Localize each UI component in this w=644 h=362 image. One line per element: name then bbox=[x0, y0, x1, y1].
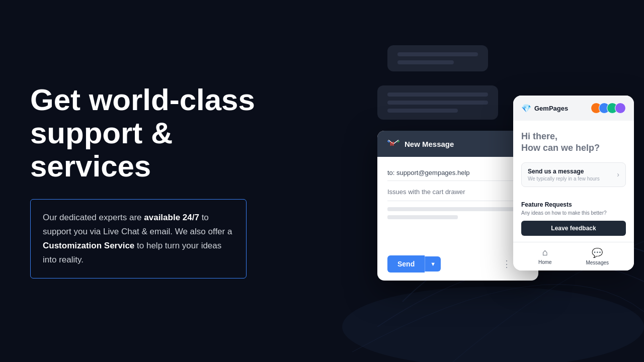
gem-footer-messages[interactable]: 💬 Messages bbox=[586, 247, 609, 265]
gem-footer-home[interactable]: ⌂ Home bbox=[538, 247, 552, 265]
info-bold-1: available 24/7 bbox=[144, 213, 199, 222]
svg-text:M: M bbox=[390, 141, 394, 147]
gem-message-arrow-icon: › bbox=[617, 170, 619, 178]
right-mockup-area: M New Message to: support@gempages.help … bbox=[372, 45, 634, 317]
info-text-1: Our dedicated experts are bbox=[43, 213, 144, 222]
gem-logo: 💎 GemPages bbox=[521, 104, 568, 113]
gem-greeting-area: Hi there, How can we help? bbox=[513, 121, 634, 162]
gem-logo-text: GemPages bbox=[534, 105, 568, 112]
gem-send-message-button[interactable]: Send us a message We typically reply in … bbox=[521, 162, 626, 187]
avatar-4 bbox=[615, 103, 626, 114]
email-subject-field[interactable]: Issues with the cart drawer bbox=[387, 183, 528, 201]
gem-feature-title: Feature Requests bbox=[521, 201, 626, 208]
gem-feature-sub: Any ideas on how to make this better? bbox=[521, 210, 626, 216]
gem-message-btn-sub: We typically reply in a few hours bbox=[528, 176, 600, 182]
email-card-title: New Message bbox=[405, 140, 454, 148]
send-button[interactable]: Send bbox=[387, 255, 425, 273]
more-options-icon[interactable]: ⋮ bbox=[502, 258, 511, 269]
gem-logo-icon: 💎 bbox=[521, 104, 531, 113]
gem-message-btn-text: Send us a message We typically reply in … bbox=[528, 168, 600, 182]
email-body-line bbox=[387, 215, 458, 219]
messages-icon: 💬 bbox=[592, 247, 603, 258]
bubble-line bbox=[387, 93, 488, 97]
chat-bubble-2 bbox=[377, 85, 498, 120]
send-dropdown-button[interactable]: ▼ bbox=[425, 256, 441, 272]
gem-card-footer: ⌂ Home 💬 Messages bbox=[513, 242, 634, 270]
gem-body-area: Send us a message We typically reply in … bbox=[513, 162, 634, 201]
gem-feature-section: Feature Requests Any ideas on how to mak… bbox=[513, 201, 634, 242]
bubble-line bbox=[397, 60, 454, 64]
gem-team-avatars bbox=[591, 103, 626, 114]
gem-footer-home-label: Home bbox=[538, 259, 552, 265]
email-to-field[interactable]: to: support@gempages.help bbox=[387, 165, 528, 181]
home-icon: ⌂ bbox=[542, 247, 548, 258]
gem-message-btn-title: Send us a message bbox=[528, 168, 600, 175]
gem-feedback-button[interactable]: Leave feedback bbox=[521, 221, 626, 236]
left-content-area: Get world-class support & services Our d… bbox=[30, 83, 302, 279]
gempages-widget-card: 💎 GemPages Hi there, How can we help? Se… bbox=[513, 96, 634, 270]
info-bold-2: Customization Service bbox=[43, 241, 134, 250]
gmail-icon: M bbox=[387, 138, 399, 150]
gem-footer-messages-label: Messages bbox=[586, 260, 609, 265]
info-box: Our dedicated experts are available 24/7… bbox=[30, 199, 247, 279]
email-body-area[interactable] bbox=[387, 201, 528, 241]
main-heading: Get world-class support & services bbox=[30, 83, 302, 183]
gem-card-header: 💎 GemPages bbox=[513, 96, 634, 121]
chat-bubble-1 bbox=[387, 45, 488, 71]
gem-greeting-text: Hi there, How can we help? bbox=[521, 131, 626, 154]
bubble-line bbox=[397, 52, 478, 56]
bubble-line bbox=[387, 109, 458, 113]
email-body-line bbox=[387, 207, 528, 211]
send-button-group: Send ▼ bbox=[387, 255, 441, 273]
bubble-line bbox=[387, 101, 488, 105]
